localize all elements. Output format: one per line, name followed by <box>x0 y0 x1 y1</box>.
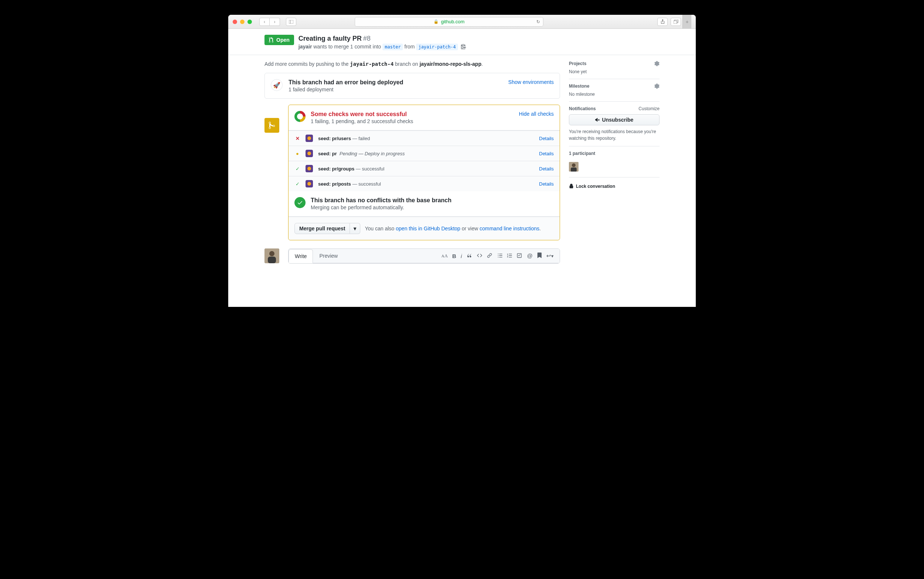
base-branch[interactable]: master <box>382 44 403 50</box>
customize-link[interactable]: Customize <box>639 106 660 111</box>
mute-icon <box>595 117 600 123</box>
italic-icon[interactable]: i <box>460 253 462 259</box>
comment-tabs: Write Preview AA B i <box>288 249 560 263</box>
hide-checks-link[interactable]: Hide all checks <box>519 111 554 124</box>
page-content: Open Creating a faulty PR #8 jayair want… <box>228 29 696 307</box>
zoom-window[interactable] <box>247 20 252 24</box>
ul-icon[interactable] <box>498 253 503 259</box>
projects-heading: Projects <box>569 61 586 66</box>
close-window[interactable] <box>233 20 237 24</box>
lock-icon <box>569 183 574 189</box>
merge-pr-button[interactable]: Merge pull request <box>295 223 350 234</box>
show-environments-link[interactable]: Show environments <box>508 79 554 85</box>
merge-footer: Merge pull request ▾ You can also open t… <box>288 217 560 240</box>
check-desc: — failed <box>351 136 370 141</box>
milestone-value: No milestone <box>569 92 660 97</box>
status-fail-icon: ✕ <box>295 136 300 141</box>
status-pending-icon: ● <box>295 151 300 156</box>
check-app-icon <box>306 180 313 188</box>
share-button[interactable] <box>657 18 668 26</box>
check-name: seed: pr/users <box>318 136 351 141</box>
forward-button[interactable]: › <box>270 18 280 26</box>
pr-state-text: Open <box>276 37 290 43</box>
user-avatar[interactable] <box>264 249 279 263</box>
comment-box: Write Preview AA B i <box>288 249 560 263</box>
sidebar: Projects None yet Milestone No milestone… <box>569 61 660 189</box>
pr-title: Creating a faulty PR <box>298 35 362 42</box>
timeline-merge-icon <box>264 118 279 133</box>
bold-icon[interactable]: B <box>452 253 457 259</box>
check-details-link[interactable]: Details <box>539 166 554 172</box>
url-bar[interactable]: 🔒 github.com ↻ <box>355 17 543 27</box>
cli-instructions-link[interactable]: command line instructions <box>479 226 539 231</box>
ol-icon[interactable] <box>507 253 512 259</box>
participants-heading: 1 participant <box>569 151 595 156</box>
traffic-lights <box>233 20 252 24</box>
conflicts-sub: Merging can be performed automatically. <box>311 204 452 210</box>
lock-conversation[interactable]: Lock conversation <box>569 177 660 189</box>
reload-icon[interactable]: ↻ <box>536 19 540 25</box>
unsubscribe-button[interactable]: Unsubscribe <box>569 114 660 125</box>
check-icon <box>295 197 306 208</box>
reply-icon[interactable]: ↩▾ <box>546 252 554 259</box>
new-tab-button[interactable]: + <box>682 15 691 28</box>
right-toolbar <box>657 18 681 26</box>
merge-options-dropdown[interactable]: ▾ <box>350 223 360 234</box>
pr-state-badge: Open <box>264 35 294 45</box>
svg-rect-9 <box>571 167 577 172</box>
sidebar-toggle[interactable] <box>286 18 296 26</box>
check-details-link[interactable]: Details <box>539 136 554 141</box>
check-details-link[interactable]: Details <box>539 151 554 156</box>
heading-icon[interactable]: AA <box>441 253 447 259</box>
open-desktop-link[interactable]: open this in GitHub Desktop <box>396 226 460 231</box>
svg-point-5 <box>269 251 274 256</box>
status-pass-icon: ✓ <box>295 166 300 172</box>
checks-title: Some checks were not successful <box>311 111 413 118</box>
milestone-heading: Milestone <box>569 83 589 89</box>
check-row: ✕seed: pr/users — failedDetails <box>288 131 560 146</box>
write-tab[interactable]: Write <box>288 249 313 263</box>
participant-avatar[interactable] <box>569 162 578 172</box>
url-host: github.com <box>441 19 465 25</box>
pr-meta: jayair wants to merge 1 commit into mast… <box>298 44 466 50</box>
check-desc: — successful <box>354 166 384 172</box>
titlebar: ‹ › 🔒 github.com ↻ + <box>228 15 696 29</box>
check-name: seed: pr <box>318 151 337 156</box>
push-hint: Add more commits by pushing to the jayai… <box>264 61 560 67</box>
gear-icon[interactable] <box>654 83 660 89</box>
check-desc: Pending — Deploy in progress <box>337 151 405 156</box>
deploy-title: This branch had an error being deployed <box>288 79 403 86</box>
svg-rect-6 <box>268 257 276 263</box>
check-app-icon <box>306 165 313 172</box>
git-pull-request-icon <box>269 37 274 43</box>
projects-value: None yet <box>569 69 660 74</box>
notifications-heading: Notifications <box>569 106 596 111</box>
deploy-sub: 1 failed deployment <box>288 87 403 92</box>
preview-tab[interactable]: Preview <box>313 249 344 263</box>
lock-icon: 🔒 <box>434 19 439 24</box>
gear-icon[interactable] <box>654 61 660 66</box>
checks-donut-icon <box>295 111 306 122</box>
svg-rect-3 <box>673 21 677 24</box>
check-app-icon <box>306 150 313 157</box>
tasklist-icon[interactable] <box>517 253 522 259</box>
check-details-link[interactable]: Details <box>539 181 554 187</box>
checks-summary: 1 failing, 1 pending, and 2 successful c… <box>311 118 413 124</box>
copy-branch-icon[interactable] <box>461 44 466 50</box>
mention-icon[interactable]: @ <box>527 252 532 259</box>
tabs-button[interactable] <box>671 18 681 26</box>
link-icon[interactable] <box>487 253 492 259</box>
head-branch[interactable]: jayair-patch-4 <box>416 44 458 50</box>
nav-buttons: ‹ › <box>259 18 280 26</box>
code-icon[interactable] <box>477 253 482 259</box>
browser-window: ‹ › 🔒 github.com ↻ + Open <box>228 15 696 307</box>
markdown-toolbar: AA B i <box>441 252 557 259</box>
quote-icon[interactable] <box>467 253 472 259</box>
check-row: ✓seed: pr/groups — successfulDetails <box>288 161 560 176</box>
merge-status-box: Some checks were not successful 1 failin… <box>288 105 560 240</box>
back-button[interactable]: ‹ <box>259 18 270 26</box>
pr-author[interactable]: jayair <box>298 44 312 49</box>
minimize-window[interactable] <box>240 20 244 24</box>
pr-header: Open Creating a faulty PR #8 jayair want… <box>228 29 696 55</box>
saved-reply-icon[interactable] <box>537 252 542 259</box>
